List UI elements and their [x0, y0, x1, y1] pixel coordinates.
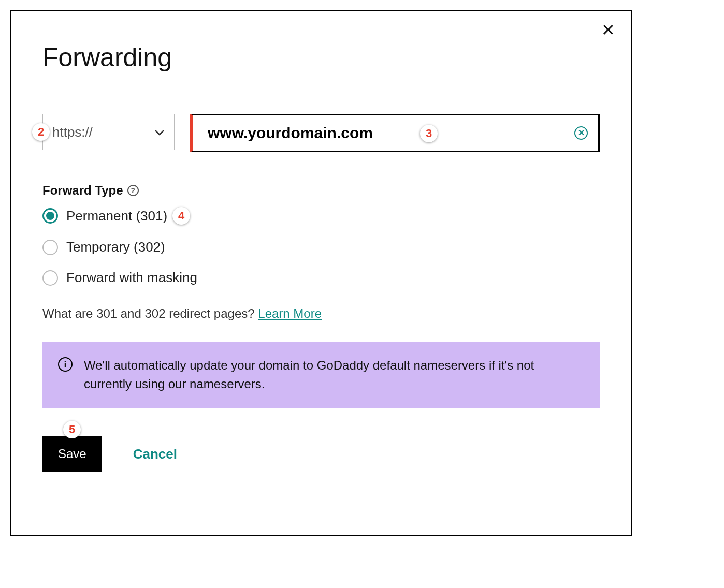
forward-type-label: Forward Type ?	[42, 183, 600, 198]
info-icon: i	[58, 357, 73, 372]
annotation-4: 4	[172, 207, 190, 225]
radio-temporary[interactable]: Temporary (302)	[42, 239, 600, 255]
dialog-title: Forwarding	[42, 42, 600, 72]
domain-input[interactable]	[208, 124, 574, 142]
radio-label: Forward with masking	[66, 270, 197, 286]
radio-indicator	[42, 208, 58, 224]
radio-indicator	[42, 270, 58, 286]
hint-text: What are 301 and 302 redirect pages?	[42, 306, 258, 320]
forward-type-label-text: Forward Type	[42, 183, 123, 198]
close-icon: ✕	[578, 129, 585, 137]
radio-label: Permanent (301)	[66, 208, 167, 224]
forwarding-dialog: ✕ Forwarding 2 https:// 3 ✕ Forward Type…	[10, 10, 632, 536]
button-row: 5 Save Cancel	[42, 436, 600, 472]
radio-permanent[interactable]: Permanent (301) 4	[42, 207, 600, 225]
save-button[interactable]: Save	[42, 436, 102, 472]
learn-more-link[interactable]: Learn More	[258, 306, 322, 320]
redirect-hint: What are 301 and 302 redirect pages? Lea…	[42, 306, 600, 321]
radio-indicator	[42, 240, 58, 255]
annotation-5: 5	[63, 421, 81, 438]
help-icon[interactable]: ?	[127, 185, 139, 196]
close-button[interactable]: ✕	[601, 22, 615, 38]
url-row: 2 https:// 3 ✕	[42, 114, 600, 152]
domain-input-wrap: 3 ✕	[190, 114, 600, 152]
clear-input-button[interactable]: ✕	[574, 126, 588, 140]
protocol-value: https://	[52, 124, 93, 140]
radio-label: Temporary (302)	[66, 239, 165, 255]
info-banner: i We'll automatically update your domain…	[42, 342, 600, 408]
protocol-select[interactable]: https://	[42, 114, 175, 150]
radio-masking[interactable]: Forward with masking	[42, 270, 600, 286]
cancel-button[interactable]: Cancel	[133, 446, 177, 462]
info-banner-text: We'll automatically update your domain t…	[84, 356, 584, 393]
chevron-down-icon	[154, 125, 165, 139]
